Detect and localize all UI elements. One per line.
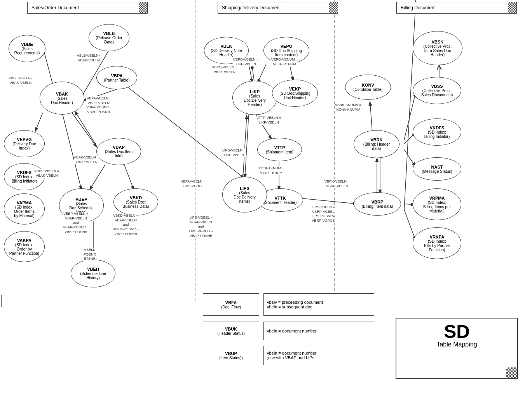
- vepo-title: VEPO: [281, 44, 293, 49]
- vbuk-desc: vbeln = document number: [263, 322, 374, 340]
- nast-subtitle: (Message Status): [422, 169, 452, 174]
- svg-line-31: [404, 210, 416, 241]
- vbep-title: VBEP: [76, 197, 87, 202]
- svg-line-8: [35, 113, 43, 132]
- vblb-node: VBLB (Release OrderData): [89, 24, 129, 51]
- vbap-node: VBAP (Sales Doc:ItemInfo): [96, 138, 141, 165]
- vbfa-box: VBFA (Doc. Flow): [203, 293, 259, 316]
- konv-subtitle: (Condition Table): [353, 87, 382, 92]
- rel-vbkd: VBKD-VBELN =VBAP-VBELNandVBKD-POSNR =VBA…: [113, 214, 139, 236]
- svg-line-11: [124, 165, 134, 190]
- vekp-title: VEKP: [289, 87, 301, 91]
- vkdfs-right-title: VKDFS: [430, 125, 444, 130]
- svg-line-13: [117, 78, 245, 179]
- rel-lips-vbap: LIPS-VGBEL =VBAP-VBELNandLIPS-VGPOS =VBA…: [189, 216, 213, 238]
- vbak-title: VBAK: [56, 92, 68, 96]
- konv-title: KONV: [362, 83, 374, 87]
- nast-title: NAST: [431, 165, 443, 169]
- rel-vbbe-vbak: VBBE-VBELN=VBAK-VBELN: [9, 76, 33, 85]
- vbup-subtitle: (Item Status)): [219, 356, 243, 360]
- vrpma-subtitle: (SD Index:Billing Items perMaterial): [423, 200, 451, 213]
- vrkpa-subtitle: (SD Index:Bills by PartnerFunction): [424, 239, 450, 252]
- svg-line-9: [62, 113, 82, 190]
- vblb-title: VBLB: [103, 31, 115, 36]
- vbkd-subtitle: (Sales Doc:Business Data): [123, 200, 149, 209]
- rel-vbrk-vbrp: VBRK-VBELN =VBRP-VBELN: [324, 179, 350, 188]
- rel-vbrk-konv: VBRK-KNUMV =KONV-KNUMV: [335, 103, 361, 112]
- vbuk-box: VBUK (Header Status): [203, 322, 259, 340]
- vttk-title: VTTK: [275, 196, 286, 200]
- vrpma-node: VRPMA (SD Index:Billing Items perMateria…: [413, 188, 461, 220]
- vbuk-title: VBUK: [225, 327, 237, 331]
- vbkd-node: VBKD (Sales Doc:Business Data): [113, 188, 158, 216]
- svg-line-23: [370, 101, 372, 132]
- lips-title: LIPS: [240, 186, 249, 191]
- vekp-subtitle: (SD Doc:ShippingUnit Header): [279, 91, 310, 100]
- vbsk-subtitle: (Collective Proc.for a Sales DocHeader): [424, 44, 452, 57]
- sd-sub-label: Table Mapping: [400, 341, 513, 348]
- left-border: [1, 295, 2, 307]
- vbfa-title: VBFA: [225, 300, 237, 305]
- vbfa-desc-text: vbelv = preceeding documentvbeln = subse…: [267, 300, 323, 309]
- vbkd-title: VBKD: [130, 195, 142, 200]
- vbuk-subtitle: (Header Status): [217, 331, 245, 336]
- vakpa-node: VAKPA (SD Index:Order byPartner Function…: [4, 231, 45, 262]
- hatch-billing: [508, 2, 516, 13]
- svg-line-10: [89, 165, 105, 190]
- vbbe-node: VBBE (SalesRequirements): [9, 35, 45, 62]
- vbpa-title: VBPA: [111, 73, 123, 78]
- hatch-sales: [139, 2, 147, 13]
- rel-vttp-likp: VTTP-VBELN =LIKP-VBELN: [256, 116, 281, 125]
- sales-order-section-header: Sales/Order Document: [27, 2, 148, 14]
- rel-vepo-likp: VEPO-VBELN =LIKP-VBELN: [233, 57, 258, 66]
- vbrp-subtitle: (Billing: Item data): [362, 204, 393, 209]
- rel-vbep-vbak: VBEP-VBELN =VBAK-VBELN: [34, 169, 59, 178]
- vbeh-title: VBEH: [87, 267, 99, 272]
- vbup-desc-text: vbeln = document number;use with VBAP an…: [267, 351, 317, 360]
- svg-line-19: [245, 115, 249, 179]
- vbeh-node: VBEH (Schedule LineHistory): [71, 259, 115, 287]
- vttk-subtitle: (Shipment Header): [264, 200, 297, 205]
- vbbe-title: VBBE: [21, 42, 33, 47]
- vrkpa-node: VRKPA (SD Index:Bills by PartnerFunction…: [413, 227, 461, 259]
- svg-line-7: [75, 111, 95, 144]
- vbuk-desc-text: vbeln = document number: [267, 329, 317, 333]
- sales-order-title: Sales/Order Document: [31, 5, 79, 10]
- rel-vbpa-lips: VBPA-VBELN =LIPS-VGBEL: [181, 179, 206, 188]
- svg-line-6: [72, 113, 97, 148]
- vkdfs-left-subtitle: (SD Index:Billing Initiator): [12, 175, 37, 183]
- vepo-subtitle: (SD Doc:ShippingItem content): [271, 49, 302, 57]
- rel-vepo-vblk: VEPO-VBELN =VBLK-VBELN: [212, 65, 237, 74]
- vbrk-title: VBRK: [370, 137, 382, 142]
- vbrk-subtitle: (Billing: Headerdata): [363, 142, 390, 151]
- vbup-title: VBUP: [225, 351, 237, 356]
- vbss-node: VBSS (Collective Proc.:Sales Documents): [413, 77, 461, 104]
- vbap-title: VBAP: [113, 145, 125, 150]
- sd-main-label: SD: [400, 322, 513, 341]
- svg-line-16: [257, 64, 266, 84]
- lips-subtitle: (SalesDoc:DeliveryItems): [234, 191, 256, 204]
- svg-line-17: [290, 64, 293, 82]
- vbrk-node: VBRK (Billing: Headerdata): [354, 130, 399, 158]
- rel-vbpa: VBPA-VBELN=VBAK-VBELNVBPA-POSNR=VBAP-POS…: [86, 96, 111, 115]
- vrpma-title: VRPMA: [429, 196, 445, 200]
- rel-vbak-vbap: VBAK-VBELN =VBAP-VBELN: [74, 155, 99, 164]
- rel-lips-vbrp: LIPS-VBELN =VBRP-VGBELLIPS-POSNR=VBRP-VG…: [312, 205, 335, 223]
- konv-node: KONV (Condition Table): [345, 75, 391, 100]
- shipping-title: Shipping/Delivery Document: [222, 5, 281, 10]
- vbpa-node: VBPA (Partner Table): [96, 66, 137, 89]
- vbpa-subtitle: (Partner Table): [104, 78, 130, 82]
- vbup-desc: vbeln = document number;use with VBAP an…: [263, 346, 374, 365]
- vakpa-subtitle: (SD Index:Order byPartner Function): [9, 243, 39, 256]
- vbap-subtitle: (Sales Doc:ItemInfo): [105, 150, 133, 158]
- vblb-subtitle: (Release OrderData): [96, 36, 122, 44]
- vkdfs-right-node: VKDFS (SD Index:Billing Initiator): [413, 118, 461, 146]
- vbak-node: VBAK (SalesDoc:Header): [40, 82, 84, 115]
- likp-title: LIKP: [250, 89, 260, 94]
- vttp-subtitle: (Shipment Item): [266, 150, 293, 154]
- rel-lips-likp: LIPS-VBELN =LIKP-VBELN: [222, 148, 246, 157]
- vapma-title: VAPMA: [17, 200, 32, 205]
- vblk-subtitle: (SD:Delivery NoteHeader): [211, 49, 242, 57]
- vblk-title: VBLK: [221, 44, 232, 49]
- rel-vbep-vbap: VBEP-VBELN =VBAP-VBELNandVBAP-POSNR =VBE…: [63, 212, 89, 234]
